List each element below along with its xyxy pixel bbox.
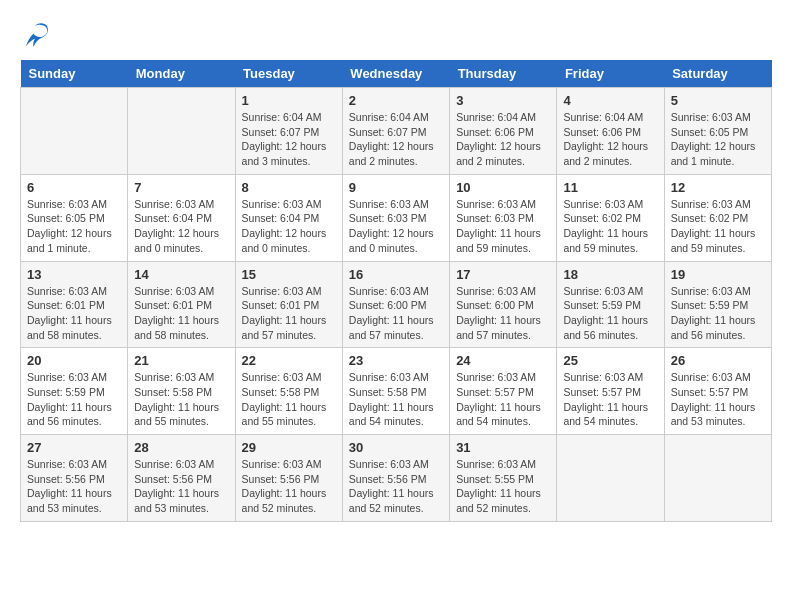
day-number: 16 bbox=[349, 267, 443, 282]
day-info: Sunrise: 6:04 AM Sunset: 6:07 PM Dayligh… bbox=[349, 110, 443, 169]
day-info: Sunrise: 6:03 AM Sunset: 5:56 PM Dayligh… bbox=[134, 457, 228, 516]
day-info: Sunrise: 6:03 AM Sunset: 6:04 PM Dayligh… bbox=[242, 197, 336, 256]
calendar-cell: 29Sunrise: 6:03 AM Sunset: 5:56 PM Dayli… bbox=[235, 435, 342, 522]
calendar-cell: 4Sunrise: 6:04 AM Sunset: 6:06 PM Daylig… bbox=[557, 88, 664, 175]
calendar-week-row: 20Sunrise: 6:03 AM Sunset: 5:59 PM Dayli… bbox=[21, 348, 772, 435]
calendar-cell: 21Sunrise: 6:03 AM Sunset: 5:58 PM Dayli… bbox=[128, 348, 235, 435]
calendar-cell: 26Sunrise: 6:03 AM Sunset: 5:57 PM Dayli… bbox=[664, 348, 771, 435]
weekday-header-thursday: Thursday bbox=[450, 60, 557, 88]
day-info: Sunrise: 6:03 AM Sunset: 6:01 PM Dayligh… bbox=[27, 284, 121, 343]
calendar-cell: 25Sunrise: 6:03 AM Sunset: 5:57 PM Dayli… bbox=[557, 348, 664, 435]
day-info: Sunrise: 6:03 AM Sunset: 5:56 PM Dayligh… bbox=[349, 457, 443, 516]
day-number: 8 bbox=[242, 180, 336, 195]
calendar-cell: 1Sunrise: 6:04 AM Sunset: 6:07 PM Daylig… bbox=[235, 88, 342, 175]
calendar-cell: 28Sunrise: 6:03 AM Sunset: 5:56 PM Dayli… bbox=[128, 435, 235, 522]
day-number: 14 bbox=[134, 267, 228, 282]
day-info: Sunrise: 6:03 AM Sunset: 6:04 PM Dayligh… bbox=[134, 197, 228, 256]
day-number: 25 bbox=[563, 353, 657, 368]
day-info: Sunrise: 6:03 AM Sunset: 5:59 PM Dayligh… bbox=[563, 284, 657, 343]
calendar-cell: 9Sunrise: 6:03 AM Sunset: 6:03 PM Daylig… bbox=[342, 174, 449, 261]
day-info: Sunrise: 6:03 AM Sunset: 5:56 PM Dayligh… bbox=[27, 457, 121, 516]
day-info: Sunrise: 6:04 AM Sunset: 6:07 PM Dayligh… bbox=[242, 110, 336, 169]
calendar-cell: 14Sunrise: 6:03 AM Sunset: 6:01 PM Dayli… bbox=[128, 261, 235, 348]
calendar-cell: 10Sunrise: 6:03 AM Sunset: 6:03 PM Dayli… bbox=[450, 174, 557, 261]
day-info: Sunrise: 6:03 AM Sunset: 6:05 PM Dayligh… bbox=[671, 110, 765, 169]
day-info: Sunrise: 6:03 AM Sunset: 5:57 PM Dayligh… bbox=[563, 370, 657, 429]
day-info: Sunrise: 6:04 AM Sunset: 6:06 PM Dayligh… bbox=[563, 110, 657, 169]
day-info: Sunrise: 6:03 AM Sunset: 6:03 PM Dayligh… bbox=[456, 197, 550, 256]
day-info: Sunrise: 6:03 AM Sunset: 5:58 PM Dayligh… bbox=[349, 370, 443, 429]
weekday-header-row: SundayMondayTuesdayWednesdayThursdayFrid… bbox=[21, 60, 772, 88]
calendar-week-row: 1Sunrise: 6:04 AM Sunset: 6:07 PM Daylig… bbox=[21, 88, 772, 175]
day-number: 24 bbox=[456, 353, 550, 368]
day-number: 23 bbox=[349, 353, 443, 368]
day-number: 19 bbox=[671, 267, 765, 282]
day-number: 9 bbox=[349, 180, 443, 195]
day-number: 26 bbox=[671, 353, 765, 368]
calendar-cell: 31Sunrise: 6:03 AM Sunset: 5:55 PM Dayli… bbox=[450, 435, 557, 522]
calendar-cell bbox=[557, 435, 664, 522]
day-info: Sunrise: 6:03 AM Sunset: 5:58 PM Dayligh… bbox=[242, 370, 336, 429]
calendar-week-row: 27Sunrise: 6:03 AM Sunset: 5:56 PM Dayli… bbox=[21, 435, 772, 522]
day-info: Sunrise: 6:03 AM Sunset: 5:57 PM Dayligh… bbox=[456, 370, 550, 429]
day-info: Sunrise: 6:03 AM Sunset: 5:59 PM Dayligh… bbox=[671, 284, 765, 343]
page-header bbox=[20, 20, 772, 50]
day-number: 29 bbox=[242, 440, 336, 455]
calendar-cell: 23Sunrise: 6:03 AM Sunset: 5:58 PM Dayli… bbox=[342, 348, 449, 435]
day-number: 11 bbox=[563, 180, 657, 195]
calendar-cell: 5Sunrise: 6:03 AM Sunset: 6:05 PM Daylig… bbox=[664, 88, 771, 175]
calendar-cell: 19Sunrise: 6:03 AM Sunset: 5:59 PM Dayli… bbox=[664, 261, 771, 348]
day-info: Sunrise: 6:03 AM Sunset: 6:02 PM Dayligh… bbox=[671, 197, 765, 256]
day-number: 3 bbox=[456, 93, 550, 108]
logo-icon bbox=[20, 20, 50, 50]
day-number: 27 bbox=[27, 440, 121, 455]
weekday-header-saturday: Saturday bbox=[664, 60, 771, 88]
day-number: 20 bbox=[27, 353, 121, 368]
calendar-cell: 22Sunrise: 6:03 AM Sunset: 5:58 PM Dayli… bbox=[235, 348, 342, 435]
day-number: 2 bbox=[349, 93, 443, 108]
calendar-week-row: 6Sunrise: 6:03 AM Sunset: 6:05 PM Daylig… bbox=[21, 174, 772, 261]
calendar-cell: 2Sunrise: 6:04 AM Sunset: 6:07 PM Daylig… bbox=[342, 88, 449, 175]
weekday-header-friday: Friday bbox=[557, 60, 664, 88]
weekday-header-wednesday: Wednesday bbox=[342, 60, 449, 88]
day-info: Sunrise: 6:04 AM Sunset: 6:06 PM Dayligh… bbox=[456, 110, 550, 169]
day-number: 7 bbox=[134, 180, 228, 195]
day-info: Sunrise: 6:03 AM Sunset: 6:01 PM Dayligh… bbox=[134, 284, 228, 343]
calendar-cell: 20Sunrise: 6:03 AM Sunset: 5:59 PM Dayli… bbox=[21, 348, 128, 435]
calendar-cell: 15Sunrise: 6:03 AM Sunset: 6:01 PM Dayli… bbox=[235, 261, 342, 348]
weekday-header-monday: Monday bbox=[128, 60, 235, 88]
weekday-header-tuesday: Tuesday bbox=[235, 60, 342, 88]
day-info: Sunrise: 6:03 AM Sunset: 6:00 PM Dayligh… bbox=[456, 284, 550, 343]
calendar-cell: 16Sunrise: 6:03 AM Sunset: 6:00 PM Dayli… bbox=[342, 261, 449, 348]
calendar-cell: 18Sunrise: 6:03 AM Sunset: 5:59 PM Dayli… bbox=[557, 261, 664, 348]
day-info: Sunrise: 6:03 AM Sunset: 5:55 PM Dayligh… bbox=[456, 457, 550, 516]
calendar-cell bbox=[128, 88, 235, 175]
day-info: Sunrise: 6:03 AM Sunset: 6:00 PM Dayligh… bbox=[349, 284, 443, 343]
day-number: 13 bbox=[27, 267, 121, 282]
day-number: 22 bbox=[242, 353, 336, 368]
calendar-cell: 3Sunrise: 6:04 AM Sunset: 6:06 PM Daylig… bbox=[450, 88, 557, 175]
day-number: 21 bbox=[134, 353, 228, 368]
day-info: Sunrise: 6:03 AM Sunset: 5:59 PM Dayligh… bbox=[27, 370, 121, 429]
day-number: 18 bbox=[563, 267, 657, 282]
day-number: 17 bbox=[456, 267, 550, 282]
day-number: 10 bbox=[456, 180, 550, 195]
calendar-cell bbox=[664, 435, 771, 522]
day-info: Sunrise: 6:03 AM Sunset: 6:03 PM Dayligh… bbox=[349, 197, 443, 256]
day-number: 30 bbox=[349, 440, 443, 455]
day-info: Sunrise: 6:03 AM Sunset: 5:57 PM Dayligh… bbox=[671, 370, 765, 429]
day-info: Sunrise: 6:03 AM Sunset: 6:05 PM Dayligh… bbox=[27, 197, 121, 256]
day-number: 5 bbox=[671, 93, 765, 108]
day-number: 4 bbox=[563, 93, 657, 108]
calendar-cell: 30Sunrise: 6:03 AM Sunset: 5:56 PM Dayli… bbox=[342, 435, 449, 522]
calendar-cell: 7Sunrise: 6:03 AM Sunset: 6:04 PM Daylig… bbox=[128, 174, 235, 261]
calendar-week-row: 13Sunrise: 6:03 AM Sunset: 6:01 PM Dayli… bbox=[21, 261, 772, 348]
day-number: 12 bbox=[671, 180, 765, 195]
day-number: 6 bbox=[27, 180, 121, 195]
logo bbox=[20, 20, 54, 50]
day-number: 31 bbox=[456, 440, 550, 455]
day-info: Sunrise: 6:03 AM Sunset: 5:58 PM Dayligh… bbox=[134, 370, 228, 429]
calendar-cell: 12Sunrise: 6:03 AM Sunset: 6:02 PM Dayli… bbox=[664, 174, 771, 261]
calendar-cell bbox=[21, 88, 128, 175]
day-number: 1 bbox=[242, 93, 336, 108]
